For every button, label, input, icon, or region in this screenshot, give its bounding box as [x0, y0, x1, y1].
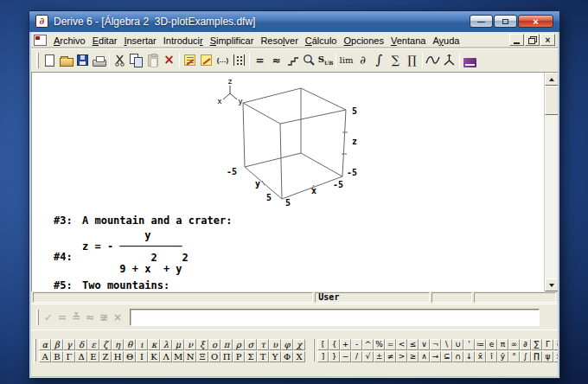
plot-3d-icon[interactable] — [441, 52, 457, 68]
document-system-icon[interactable] — [34, 35, 47, 46]
palette-key-=[interactable]: = — [385, 339, 396, 350]
palette-key-ξ[interactable]: ξ — [196, 339, 208, 350]
derive-app-icon[interactable]: ∂ — [35, 15, 48, 28]
palette-key-∧[interactable]: ∧ — [419, 351, 430, 362]
enter-approx-icon[interactable]: ≈ — [83, 311, 97, 323]
palette-key-→[interactable]: → — [430, 351, 441, 362]
palette-key-∩[interactable]: ∩ — [452, 351, 463, 362]
palette-key-λ[interactable]: λ — [160, 339, 172, 350]
palette-key-ι[interactable]: ι — [136, 339, 148, 350]
palette-key-π[interactable]: π — [497, 339, 508, 350]
palette-key-η[interactable]: η — [112, 339, 124, 350]
palette-key-Ζ[interactable]: Ζ — [99, 351, 112, 362]
greek-palette-grip[interactable] — [34, 339, 36, 362]
palette-key-Κ[interactable]: Κ — [148, 351, 160, 362]
palette-key-x̄[interactable]: x̄ — [475, 351, 486, 362]
delete-icon[interactable]: × — [161, 52, 177, 68]
palette-key-Χ[interactable]: Χ — [293, 351, 305, 362]
palette-key-∂[interactable]: ∂ — [520, 339, 531, 350]
palette-key-∏[interactable]: ∏ — [531, 351, 542, 362]
palette-key-'[interactable]: ' — [463, 339, 475, 350]
document-restore-button[interactable] — [525, 34, 540, 46]
approx-enter-icon[interactable]: ≆ — [97, 311, 111, 323]
palette-key-α[interactable]: α — [39, 339, 51, 350]
palette-key-Β[interactable]: Β — [51, 351, 63, 362]
palette-key-γ[interactable]: γ — [63, 339, 75, 350]
palette-key-Θ[interactable]: Θ — [124, 351, 136, 362]
plot-2d-icon[interactable] — [425, 52, 441, 68]
palette-key-√[interactable]: √ — [362, 351, 374, 362]
derivative-icon[interactable]: ∂ — [355, 52, 371, 68]
enter-simplify-icon[interactable]: ≚ — [69, 311, 83, 323]
palette-key-ρ[interactable]: ρ — [233, 339, 245, 350]
insert-expression-icon[interactable] — [198, 52, 214, 68]
palette-key-Δ[interactable]: Δ — [75, 351, 87, 362]
plot-3d-object[interactable]: z x y — [209, 78, 374, 209]
palette-key-[[interactable]: [ — [317, 339, 329, 350]
minimize-button[interactable]: — — [470, 15, 493, 28]
palette-key-↓[interactable]: ↓ — [463, 351, 475, 362]
palette-key-∞[interactable]: ∞ — [508, 339, 520, 350]
palette-key-ο[interactable]: ο — [208, 339, 220, 350]
help-icon[interactable] — [462, 52, 478, 68]
palette-key-≔[interactable]: ≔ — [475, 339, 486, 350]
palette-key-Ν[interactable]: Ν — [184, 351, 196, 362]
palette-key-ε[interactable]: ε — [87, 339, 99, 350]
document-close-button[interactable]: × — [540, 34, 555, 46]
palette-key-ŷ[interactable]: ŷ — [497, 351, 508, 362]
menu-ventana[interactable]: Ventana — [387, 33, 429, 48]
palette-key--[interactable]: - — [351, 339, 362, 350]
toolbar-grip[interactable] — [36, 53, 39, 68]
palette-key-{[interactable]: { — [329, 339, 340, 350]
palette-key-⊆[interactable]: ⊆ — [441, 351, 452, 362]
copy-icon[interactable] — [128, 52, 144, 68]
clear-icon[interactable]: × — [111, 311, 125, 323]
approximate-icon[interactable]: ≈ — [268, 52, 284, 68]
expression-input[interactable] — [130, 309, 540, 326]
palette-key-π[interactable]: π — [220, 339, 233, 350]
palette-key-×[interactable]: × — [553, 351, 558, 362]
menu-simplificar[interactable]: Simplificar — [207, 33, 258, 48]
menu-opciones[interactable]: Opciones — [341, 33, 387, 48]
palette-key-Π[interactable]: Π — [220, 351, 233, 362]
palette-key-î[interactable]: î — [486, 351, 497, 362]
palette-key-τ[interactable]: τ — [257, 339, 269, 350]
palette-key-ψ[interactable]: ψ — [542, 351, 553, 362]
palette-key-<[interactable]: < — [396, 339, 407, 350]
expression-row[interactable]: #5: Two mountains: — [54, 279, 169, 291]
vertical-scrollbar[interactable] — [544, 73, 558, 291]
palette-key-][interactable]: ] — [317, 351, 329, 362]
palette-key-Υ[interactable]: Υ — [269, 351, 281, 362]
palette-key-∪[interactable]: ∪ — [452, 339, 463, 350]
palette-key-χ[interactable]: χ — [293, 339, 305, 350]
menu-resolver[interactable]: Resolver — [257, 33, 301, 48]
menu-archivo[interactable]: Archivo — [50, 33, 89, 48]
save-icon[interactable] — [74, 52, 91, 68]
document-minimize-button[interactable] — [509, 34, 524, 46]
palette-key-Α[interactable]: Α — [39, 351, 51, 362]
product-icon[interactable]: ∏ — [404, 52, 420, 68]
palette-key-β[interactable]: β — [51, 339, 63, 350]
maximize-button[interactable] — [494, 15, 517, 28]
menu-editar[interactable]: Editar — [89, 33, 121, 48]
palette-key-θ[interactable]: θ — [124, 339, 136, 350]
palette-key-μ[interactable]: μ — [172, 339, 184, 350]
palette-key-κ[interactable]: κ — [148, 339, 160, 350]
palette-key-Μ[interactable]: Μ — [172, 351, 184, 362]
paste-icon[interactable] — [144, 52, 161, 68]
scroll-down-button[interactable] — [545, 278, 558, 291]
expression-math[interactable]: y z = - ────────── 2 2 9 + x + y — [82, 230, 189, 275]
menu-introducir[interactable]: Introducir — [160, 33, 207, 48]
insert-text-icon[interactable] — [182, 52, 198, 68]
palette-key-Ρ[interactable]: Ρ — [233, 351, 245, 362]
palette-key-υ[interactable]: υ — [269, 339, 281, 350]
palette-key-}[interactable]: } — [329, 351, 340, 362]
substitute-icon[interactable] — [301, 52, 317, 68]
expression-row[interactable]: #3: A mountain and a crater: — [54, 214, 232, 227]
math-palette-grip[interactable] — [313, 339, 315, 362]
palette-key-≥[interactable]: ≥ — [407, 351, 419, 362]
palette-key-Λ[interactable]: Λ — [160, 351, 172, 362]
scroll-up-button[interactable] — [545, 73, 558, 86]
close-button[interactable]: × — [518, 15, 553, 28]
palette-key-Ε[interactable]: Ε — [87, 351, 99, 362]
